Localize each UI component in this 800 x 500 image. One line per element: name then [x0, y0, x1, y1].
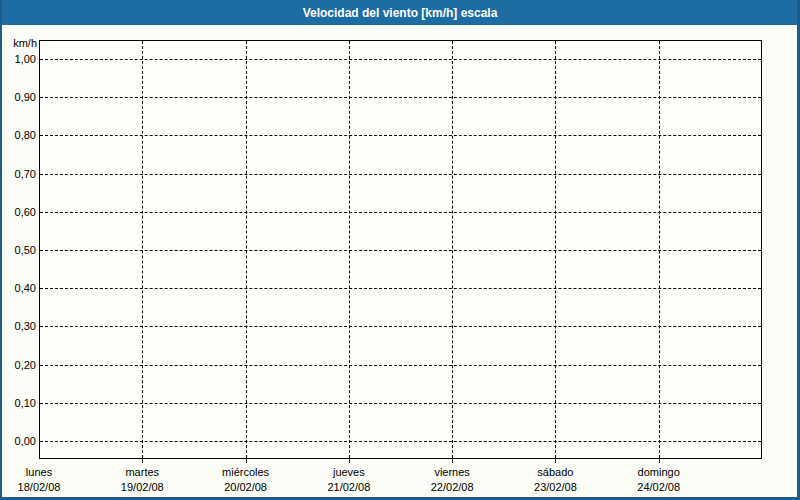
- x-axis-tick: [659, 459, 660, 463]
- h-gridline: [40, 97, 761, 98]
- y-axis-unit-label: km/h: [2, 36, 37, 50]
- x-tick-label: domingo24/02/08: [637, 465, 680, 495]
- x-tick-day: lunes: [18, 465, 61, 480]
- y-tick-label: 0,60: [2, 205, 36, 219]
- x-tick-day: martes: [121, 465, 164, 480]
- x-tick-day: domingo: [637, 465, 680, 480]
- chart-window: Velocidad del viento [km/h] escala km/h …: [0, 0, 800, 500]
- plot-area: [39, 40, 762, 459]
- x-axis-tick: [349, 459, 350, 463]
- y-tick-label: 0,90: [2, 90, 36, 104]
- x-tick-label: martes19/02/08: [121, 465, 164, 495]
- y-tick-label: 0,40: [2, 281, 36, 295]
- y-tick-label: 0,10: [2, 396, 36, 410]
- h-gridline: [40, 212, 761, 213]
- h-gridline: [40, 288, 761, 289]
- x-tick-date: 19/02/08: [121, 480, 164, 495]
- x-tick-label: viernes22/02/08: [431, 465, 474, 495]
- chart-title: Velocidad del viento [km/h] escala: [303, 6, 498, 20]
- x-tick-label: lunes18/02/08: [18, 465, 61, 495]
- y-tick-label: 1,00: [2, 52, 36, 66]
- y-tick-label: 0,00: [2, 434, 36, 448]
- x-tick-label: sábado23/02/08: [534, 465, 577, 495]
- x-tick-date: 22/02/08: [431, 480, 474, 495]
- x-tick-date: 23/02/08: [534, 480, 577, 495]
- v-gridline: [452, 41, 453, 458]
- y-tick-label: 0,70: [2, 167, 36, 181]
- v-gridline: [659, 41, 660, 458]
- v-gridline: [246, 41, 247, 458]
- x-tick-date: 20/02/08: [222, 480, 269, 495]
- h-gridline: [40, 441, 761, 442]
- h-gridline: [40, 59, 761, 60]
- x-tick-date: 21/02/08: [327, 480, 370, 495]
- chart-title-bar: Velocidad del viento [km/h] escala: [0, 0, 800, 25]
- x-axis-tick: [142, 459, 143, 463]
- x-tick-day: jueves: [327, 465, 370, 480]
- x-axis-tick: [246, 459, 247, 463]
- x-tick-day: sábado: [534, 465, 577, 480]
- x-tick-date: 18/02/08: [18, 480, 61, 495]
- v-gridline: [555, 41, 556, 458]
- x-tick-label: miércoles20/02/08: [222, 465, 269, 495]
- x-axis-tick: [452, 459, 453, 463]
- x-tick-day: miércoles: [222, 465, 269, 480]
- x-tick-date: 24/02/08: [637, 480, 680, 495]
- h-gridline: [40, 403, 761, 404]
- v-gridline: [142, 41, 143, 458]
- y-tick-label: 0,80: [2, 128, 36, 142]
- x-tick-label: jueves21/02/08: [327, 465, 370, 495]
- h-gridline: [40, 326, 761, 327]
- h-gridline: [40, 250, 761, 251]
- h-gridline: [40, 174, 761, 175]
- y-tick-label: 0,50: [2, 243, 36, 257]
- y-tick-label: 0,30: [2, 319, 36, 333]
- h-gridline: [40, 365, 761, 366]
- h-gridline: [40, 135, 761, 136]
- x-tick-day: viernes: [431, 465, 474, 480]
- x-axis-tick: [555, 459, 556, 463]
- v-gridline: [349, 41, 350, 458]
- y-tick-label: 0,20: [2, 358, 36, 372]
